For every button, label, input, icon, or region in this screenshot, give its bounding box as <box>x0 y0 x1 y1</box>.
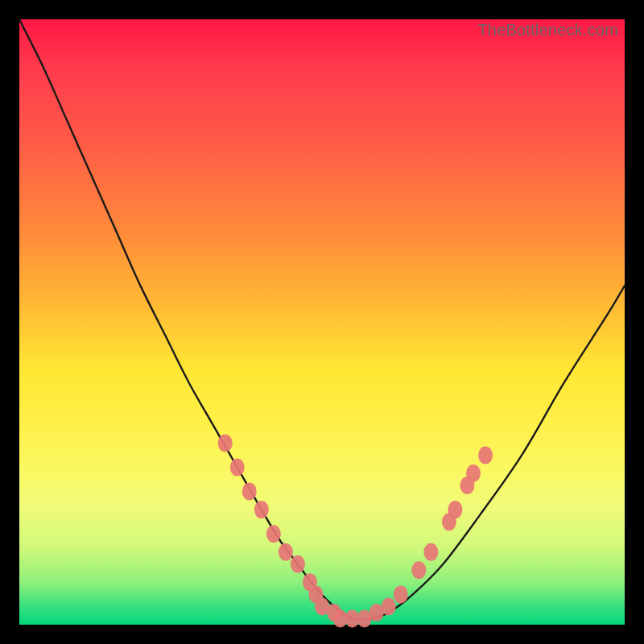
curve-marker <box>448 501 462 518</box>
curve-marker <box>382 597 396 615</box>
curve-marker <box>466 464 481 482</box>
curve-marker <box>279 543 293 561</box>
curve-marker <box>254 501 269 518</box>
curve-markers <box>218 434 493 627</box>
curve-marker <box>242 483 257 501</box>
chart-frame: TheBottleneck.com <box>19 19 625 625</box>
bottleneck-curve-path <box>19 19 625 620</box>
curve-marker <box>266 525 281 543</box>
curve-marker <box>411 561 426 579</box>
curve-marker <box>291 555 305 573</box>
curve-marker <box>423 543 438 561</box>
watermark-text: TheBottleneck.com <box>477 21 618 39</box>
curve-marker <box>230 458 245 476</box>
curve-marker <box>478 446 493 464</box>
curve-marker <box>394 585 408 603</box>
curve-marker <box>218 434 233 452</box>
bottleneck-curve <box>19 19 625 620</box>
chart-svg <box>19 19 625 625</box>
